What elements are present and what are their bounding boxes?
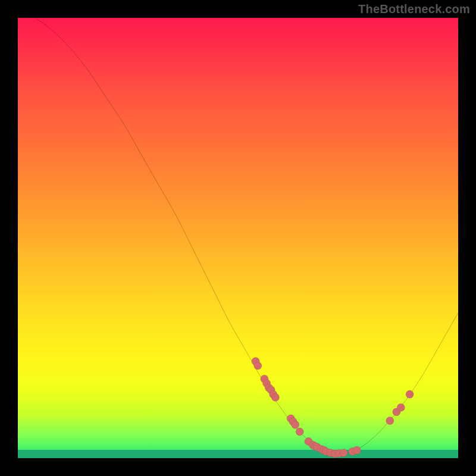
data-point bbox=[397, 403, 405, 411]
data-point bbox=[353, 446, 361, 454]
chart-svg bbox=[18, 18, 458, 458]
data-point bbox=[386, 416, 394, 424]
watermark-text: TheBottleneck.com bbox=[358, 2, 470, 16]
data-point bbox=[254, 362, 262, 369]
bottleneck-curve bbox=[36, 18, 458, 454]
data-point bbox=[340, 449, 347, 456]
data-point bbox=[296, 428, 303, 436]
data-point bbox=[406, 390, 414, 398]
data-points bbox=[252, 358, 414, 458]
data-point bbox=[271, 393, 279, 401]
data-point bbox=[292, 421, 299, 428]
plot-area bbox=[18, 18, 458, 458]
